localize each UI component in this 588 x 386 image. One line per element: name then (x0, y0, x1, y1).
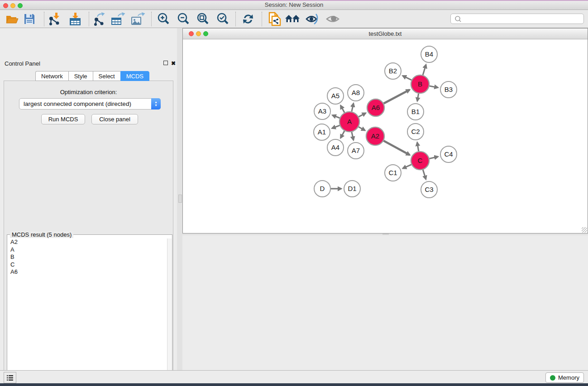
edge-C-C4[interactable] (429, 157, 438, 158)
node-A4[interactable]: A4 (327, 139, 344, 156)
mcds-result-item[interactable]: A6 (8, 268, 167, 276)
open-session-button[interactable] (4, 12, 20, 26)
svg-text:C4: C4 (444, 150, 453, 158)
network-zoom-traffic-light[interactable] (203, 31, 208, 36)
node-B4[interactable]: B4 (421, 46, 437, 62)
search-field[interactable] (450, 14, 584, 24)
zoom-in-icon (157, 12, 170, 26)
horizontal-splitter-handle[interactable] (382, 234, 389, 235)
edge-C-C3[interactable] (423, 170, 426, 179)
svg-text:B1: B1 (411, 108, 420, 115)
node-A8[interactable]: A8 (348, 85, 364, 101)
import-table-button[interactable] (67, 12, 83, 26)
node-A2[interactable]: A2 (366, 127, 384, 145)
close-panel-button[interactable]: Close panel (91, 114, 138, 124)
export-image-button[interactable] (130, 12, 146, 26)
mcds-result-title: MCDS result (5 nodes) (10, 231, 73, 238)
svg-text:B2: B2 (389, 67, 397, 75)
edge-A-A6[interactable] (359, 113, 366, 117)
node-A1[interactable]: A1 (314, 124, 330, 140)
mcds-result-item[interactable]: A2 (8, 238, 167, 246)
mcds-result-item[interactable]: A (8, 246, 167, 254)
hide-panels-button[interactable] (304, 12, 320, 26)
svg-text:A2: A2 (371, 132, 379, 140)
node-C4[interactable]: C4 (440, 146, 457, 162)
edge-C-C2[interactable] (417, 143, 419, 152)
close-panel-icon[interactable]: ✖ (171, 61, 176, 66)
home-networks-button[interactable] (285, 12, 301, 26)
node-C3[interactable]: C3 (421, 181, 437, 198)
edge-B-B3[interactable] (430, 86, 438, 88)
edge-B-B2[interactable] (403, 76, 411, 80)
close-traffic-light[interactable] (3, 3, 8, 8)
mcds-result-item[interactable]: B (8, 253, 167, 261)
node-B[interactable]: B (411, 75, 429, 93)
node-A7[interactable]: A7 (348, 143, 364, 159)
mcds-result-scrollbar[interactable] (167, 238, 172, 386)
zoom-traffic-light[interactable] (18, 3, 23, 8)
duplicate-network-button[interactable] (266, 12, 282, 26)
tab-mcds[interactable]: MCDS (120, 71, 149, 81)
node-B3[interactable]: B3 (440, 81, 457, 98)
svg-text:A8: A8 (352, 89, 360, 96)
window-resize-grip[interactable] (582, 227, 587, 233)
panel-splitter-handle[interactable] (178, 195, 182, 203)
search-input[interactable] (464, 14, 583, 23)
node-A[interactable]: A (339, 112, 359, 132)
save-session-button[interactable] (21, 12, 38, 26)
svg-text:B4: B4 (425, 50, 433, 58)
refresh-layout-button[interactable] (240, 12, 256, 26)
memory-button[interactable]: Memory (545, 372, 584, 383)
edge-A6-B[interactable] (384, 90, 410, 103)
edge-A-A5[interactable] (340, 105, 344, 113)
tab-select[interactable]: Select (93, 71, 120, 81)
edge-A-A7[interactable] (352, 132, 354, 140)
export-table-button[interactable] (110, 12, 126, 26)
tab-style[interactable]: Style (68, 71, 93, 81)
svg-text:B: B (418, 80, 422, 88)
mcds-result-item[interactable]: C (8, 261, 167, 269)
edge-A-A4[interactable] (340, 131, 344, 138)
node-A5[interactable]: A5 (327, 88, 344, 104)
export-network-button[interactable] (91, 12, 107, 26)
edge-A-A1[interactable] (332, 125, 339, 128)
optimization-criterion-select[interactable]: largest connected component (directed) ▲… (19, 98, 161, 110)
run-mcds-button[interactable]: Run MCDS (41, 114, 85, 124)
node-C[interactable]: C (411, 152, 429, 170)
node-A6[interactable]: A6 (367, 99, 384, 116)
edge-A-A2[interactable] (359, 127, 365, 130)
network-canvas[interactable]: B4B2BB3A8A5A6A3B1AA1C2A2A4A7C4CC1C3DD1 (183, 39, 588, 233)
task-history-button[interactable] (4, 372, 16, 383)
control-panel: Control Panel ✖ NetworkStyleSelectMCDS O… (0, 28, 177, 370)
mcds-result-list[interactable]: A2ABCA6 (8, 238, 167, 386)
node-C1[interactable]: C1 (385, 165, 401, 181)
node-B1[interactable]: B1 (407, 104, 424, 120)
memory-label: Memory (558, 374, 579, 381)
node-C2[interactable]: C2 (407, 124, 424, 140)
network-minimize-traffic-light[interactable] (196, 31, 201, 36)
node-D[interactable]: D (314, 181, 330, 197)
svg-text:A1: A1 (318, 128, 326, 136)
node-B2[interactable]: B2 (385, 63, 401, 79)
network-window-title: testGlobe.txt (183, 29, 588, 39)
float-panel-icon[interactable] (163, 61, 168, 65)
node-D1[interactable]: D1 (344, 181, 360, 197)
network-view-window: testGlobe.txt B4B2BB3A8A5A6A3B1AA1C2A2A4… (182, 28, 588, 234)
edge-A-A3[interactable] (332, 115, 339, 118)
edge-A-A8[interactable] (352, 103, 354, 111)
zoom-fit-button[interactable] (195, 12, 211, 26)
node-A3[interactable]: A3 (314, 103, 330, 119)
edge-B-B4[interactable] (423, 65, 426, 75)
import-network-button[interactable] (46, 12, 62, 26)
zoom-selected-button[interactable] (215, 12, 231, 26)
network-close-traffic-light[interactable] (189, 31, 194, 36)
export-table-icon (110, 12, 126, 26)
edge-B-B1[interactable] (417, 94, 419, 101)
edge-A2-C[interactable] (383, 141, 410, 155)
edge-C-C1[interactable] (403, 165, 411, 169)
show-eye-button[interactable] (325, 12, 341, 26)
zoom-out-button[interactable] (175, 12, 191, 26)
tab-network[interactable]: Network (35, 71, 68, 81)
zoom-in-button[interactable] (155, 12, 172, 26)
minimize-traffic-light[interactable] (10, 3, 15, 8)
